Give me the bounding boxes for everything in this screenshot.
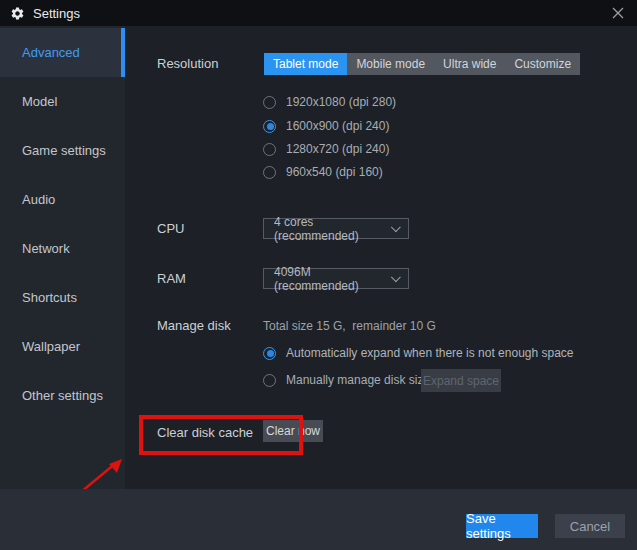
resolution-option-1600x900[interactable]: 1600x900 (dpi 240): [263, 118, 389, 134]
resolution-option-1280x720[interactable]: 1280x720 (dpi 240): [263, 141, 389, 157]
resolution-label: Resolution: [157, 56, 218, 71]
chevron-down-icon: [391, 222, 401, 232]
gear-icon: [10, 6, 25, 21]
tab-mobile-mode[interactable]: Mobile mode: [347, 53, 434, 75]
sidebar-item-label: Wallpaper: [22, 339, 80, 354]
sidebar-item-wallpaper[interactable]: Wallpaper: [0, 322, 125, 371]
disk-option-label: Manually manage disk size: [286, 373, 430, 387]
sidebar: Advanced Model Game settings Audio Netwo…: [0, 26, 125, 489]
cpu-label: CPU: [157, 221, 184, 236]
resolution-option-label: 1280x720 (dpi 240): [286, 142, 389, 156]
advanced-settings-panel: Resolution Tablet mode Mobile mode Ultra…: [125, 26, 637, 489]
footer-bar: Save settings Cancel: [0, 489, 637, 550]
settings-dialog: Settings Advanced Model Game settings Au…: [0, 0, 637, 550]
radio-icon: [263, 374, 276, 387]
radio-icon: [263, 143, 276, 156]
manage-disk-label: Manage disk: [157, 318, 231, 333]
cpu-select-value: 4 cores (recommended): [274, 215, 391, 243]
cancel-button[interactable]: Cancel: [555, 514, 625, 538]
resolution-option-960x540[interactable]: 960x540 (dpi 160): [263, 164, 383, 180]
resolution-option-label: 1920x1080 (dpi 280): [286, 95, 396, 109]
sidebar-item-model[interactable]: Model: [0, 77, 125, 126]
window-title: Settings: [33, 6, 80, 21]
expand-space-button[interactable]: Expand space: [421, 369, 501, 392]
save-settings-button[interactable]: Save settings: [466, 514, 538, 538]
sidebar-item-label: Shortcuts: [22, 290, 77, 305]
radio-icon: [263, 96, 276, 109]
clear-now-button[interactable]: Clear now: [263, 420, 323, 442]
ram-select-value: 4096M (recommended): [274, 265, 391, 293]
resolution-option-label: 960x540 (dpi 160): [286, 165, 383, 179]
tab-ultra-wide[interactable]: Ultra wide: [434, 53, 505, 75]
resolution-mode-tabs: Tablet mode Mobile mode Ultra wide Custo…: [264, 53, 580, 75]
radio-icon-selected: [263, 120, 276, 133]
tab-customize[interactable]: Customize: [505, 53, 580, 75]
radio-icon-selected: [263, 347, 276, 360]
clear-disk-cache-label: Clear disk cache: [157, 425, 253, 440]
sidebar-item-label: Network: [22, 241, 70, 256]
title-bar: Settings: [0, 0, 637, 26]
resolution-option-label: 1600x900 (dpi 240): [286, 119, 389, 133]
ram-label: RAM: [157, 271, 186, 286]
radio-icon: [263, 166, 276, 179]
resolution-option-1920x1080[interactable]: 1920x1080 (dpi 280): [263, 94, 396, 110]
sidebar-item-game-settings[interactable]: Game settings: [0, 126, 125, 175]
disk-option-manual[interactable]: Manually manage disk size: [263, 372, 430, 388]
sidebar-item-advanced[interactable]: Advanced: [0, 28, 125, 77]
cpu-select[interactable]: 4 cores (recommended): [263, 218, 409, 239]
sidebar-item-audio[interactable]: Audio: [0, 175, 125, 224]
sidebar-item-label: Game settings: [22, 143, 106, 158]
sidebar-item-other-settings[interactable]: Other settings: [0, 371, 125, 420]
disk-option-auto-expand[interactable]: Automatically expand when there is not e…: [263, 345, 574, 361]
disk-size-summary: Total size 15 G, remainder 10 G: [263, 319, 436, 333]
sidebar-item-label: Other settings: [22, 388, 103, 403]
sidebar-item-label: Advanced: [22, 45, 80, 60]
sidebar-item-network[interactable]: Network: [0, 224, 125, 273]
sidebar-item-shortcuts[interactable]: Shortcuts: [0, 273, 125, 322]
chevron-down-icon: [391, 272, 401, 282]
ram-select[interactable]: 4096M (recommended): [263, 268, 409, 289]
close-icon[interactable]: [603, 0, 633, 26]
disk-option-label: Automatically expand when there is not e…: [286, 346, 574, 360]
tab-tablet-mode[interactable]: Tablet mode: [264, 53, 347, 75]
sidebar-item-label: Model: [22, 94, 57, 109]
sidebar-item-label: Audio: [22, 192, 55, 207]
